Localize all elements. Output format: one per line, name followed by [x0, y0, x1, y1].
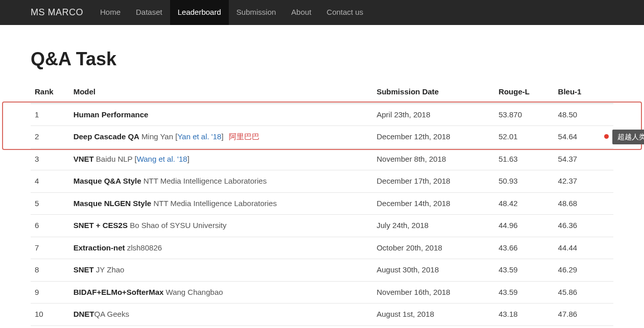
date-cell[interactable]: July 24th, 2018 — [372, 215, 494, 237]
bracket: ] — [187, 155, 189, 163]
bleu-cell: 46.36 — [554, 215, 613, 237]
model-cell: SNET JY Zhao — [69, 259, 373, 282]
model-cell: Extraction-net zlsh80826 — [69, 237, 373, 259]
col-header-model: Model — [69, 82, 373, 104]
rank-cell: 10 — [31, 304, 69, 326]
date-cell[interactable]: August 1st, 2018 — [372, 304, 494, 326]
col-header-rouge: Rouge-L — [494, 82, 554, 104]
bleu-cell: 43.62 — [554, 325, 613, 328]
bleu-cell: 48.68 — [554, 192, 613, 215]
model-team: QA Geeks — [94, 310, 129, 318]
model-team: Wang Changbao — [163, 288, 223, 296]
table-row: 3VNET Baidu NLP [Wang et al. '18]Novembe… — [31, 148, 613, 170]
callout-badge: 超越人类 — [612, 130, 644, 144]
rouge-cell: 43.59 — [494, 281, 554, 304]
table-row: 7Extraction-net zlsh80826October 20th, 2… — [31, 237, 613, 259]
table-row: 5Masque NLGEN Style NTT Media Intelligen… — [31, 192, 613, 215]
table-row: 11Reader-Writer Microsoft Business Appli… — [31, 325, 613, 328]
model-cell: SNET + CES2S Bo Shao of SYSU University — [69, 215, 373, 237]
model-cell: BIDAF+ELMo+SofterMax Wang Changbao — [69, 281, 373, 304]
nav-link-submission[interactable]: Submission — [229, 0, 284, 25]
model-team: NTT Media Intelligence Laboratories — [141, 176, 267, 185]
date-cell[interactable]: December 14th, 2018 — [372, 192, 494, 215]
nav-links: HomeDatasetLeaderboardSubmissionAboutCon… — [92, 0, 371, 25]
rank-cell: 6 — [31, 215, 69, 237]
rouge-cell: 51.63 — [494, 148, 554, 170]
bleu-cell: 46.29 — [554, 259, 613, 282]
model-team: Baidu NLP — [94, 155, 135, 163]
model-name: SNET + CES2S — [74, 221, 128, 230]
table-row: 6SNET + CES2S Bo Shao of SYSU University… — [31, 215, 613, 237]
date-cell[interactable]: December 17th, 2018 — [372, 170, 494, 193]
rank-cell: 3 — [31, 148, 69, 170]
model-team: NTT Media Intelligence Laboratories — [151, 199, 277, 208]
table-row: 4Masque Q&A Style NTT Media Intelligence… — [31, 170, 613, 193]
date-cell[interactable]: October 20th, 2018 — [372, 237, 494, 259]
model-name: BIDAF+ELMo+SofterMax — [74, 288, 164, 296]
rank-cell: 7 — [31, 237, 69, 259]
paper-link[interactable]: Wang et al. '18 — [137, 155, 187, 163]
rank-cell: 4 — [31, 170, 69, 193]
nav-link-dataset[interactable]: Dataset — [128, 0, 170, 25]
col-header-date: Submission Date — [372, 82, 494, 104]
nav-link-leaderboard[interactable]: Leaderboard — [170, 0, 229, 25]
table-header-row: Rank Model Submission Date Rouge-L Bleu-… — [31, 82, 613, 104]
brand-title: MS MARCO — [31, 6, 83, 19]
date-cell[interactable]: September 16th, 2018 — [372, 325, 494, 328]
rouge-cell: 42.07 — [494, 325, 554, 328]
model-team: Bo Shao of SYSU University — [128, 221, 226, 230]
bleu-cell: 45.86 — [554, 281, 613, 304]
bleu-cell: 44.44 — [554, 237, 613, 259]
model-name: Masque Q&A Style — [74, 176, 141, 185]
model-name: DNET — [74, 310, 94, 318]
model-name: Masque NLGEN Style — [74, 199, 152, 208]
rank-cell: 5 — [31, 192, 69, 215]
nav-link-contact-us[interactable]: Contact us — [319, 0, 371, 25]
page-title: Q&A Task — [31, 45, 613, 73]
rouge-cell: 43.66 — [494, 237, 554, 259]
rank-cell: 9 — [31, 281, 69, 304]
navbar: MS MARCO HomeDatasetLeaderboardSubmissio… — [0, 0, 644, 25]
date-cell[interactable]: November 16th, 2018 — [372, 281, 494, 304]
rank-cell: 11 — [31, 325, 69, 328]
model-cell: VNET Baidu NLP [Wang et al. '18] — [69, 148, 373, 170]
rouge-cell: 44.96 — [494, 215, 554, 237]
table-row: 8SNET JY ZhaoAugust 30th, 201843.5946.29 — [31, 259, 613, 282]
rank-cell: 8 — [31, 259, 69, 282]
nav-link-about[interactable]: About — [283, 0, 319, 25]
model-cell: DNETQA Geeks — [69, 304, 373, 326]
model-team: zlsh80826 — [125, 243, 162, 252]
table-row: 10DNETQA GeeksAugust 1st, 201843.1847.86 — [31, 304, 613, 326]
date-cell[interactable]: November 8th, 2018 — [372, 148, 494, 170]
content-area: Q&A Task Rank Model Submission Date Roug… — [0, 25, 644, 328]
model-name: VNET — [74, 155, 94, 163]
rouge-cell: 43.18 — [494, 304, 554, 326]
bleu-cell: 47.86 — [554, 304, 613, 326]
date-cell[interactable]: August 30th, 2018 — [372, 259, 494, 282]
rouge-cell: 43.59 — [494, 259, 554, 282]
highlight-box — [2, 102, 642, 150]
rouge-cell: 48.42 — [494, 192, 554, 215]
model-name: Extraction-net — [74, 243, 125, 252]
bleu-cell: 42.37 — [554, 170, 613, 193]
model-cell: Masque Q&A Style NTT Media Intelligence … — [69, 170, 373, 193]
model-cell: Reader-Writer Microsoft Business Applica… — [69, 325, 373, 328]
nav-link-home[interactable]: Home — [92, 0, 128, 25]
model-cell: Masque NLGEN Style NTT Media Intelligenc… — [69, 192, 373, 215]
model-name: SNET — [74, 265, 94, 274]
model-team: JY Zhao — [94, 265, 125, 274]
bleu-cell: 54.37 — [554, 148, 613, 170]
table-row: 9BIDAF+ELMo+SofterMax Wang ChangbaoNovem… — [31, 281, 613, 304]
rouge-cell: 50.93 — [494, 170, 554, 193]
col-header-bleu: Bleu-1 — [554, 82, 613, 104]
col-header-rank: Rank — [31, 82, 69, 104]
